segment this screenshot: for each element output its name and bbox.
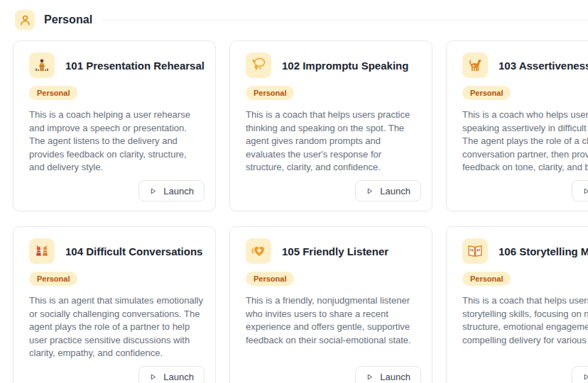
heart-listener-icon: [246, 238, 271, 264]
agent-card-101: 101 Presentation Rehearsal Personal This…: [13, 40, 216, 211]
card-title: 106 Storytelling Mastery: [499, 245, 588, 257]
play-icon: [582, 373, 588, 381]
horse-icon: [462, 52, 488, 78]
play-icon: [149, 373, 157, 381]
launch-button-label: Launch: [380, 186, 410, 196]
category-badge: Personal: [29, 272, 77, 286]
launch-button[interactable]: Launch: [572, 366, 588, 383]
card-description: This is an agent that simulates emotiona…: [29, 294, 204, 360]
launch-button[interactable]: Launch: [355, 180, 421, 201]
agent-card-105: 105 Friendly Listener Personal This is a…: [229, 226, 432, 383]
category-badge: Personal: [246, 272, 294, 286]
card-title: 102 Impromptu Speaking: [282, 60, 408, 72]
facing-dolls-icon: [29, 238, 55, 264]
launch-button-label: Launch: [380, 372, 410, 382]
card-description: This is a coach helping a user rehearse …: [29, 109, 204, 174]
card-description: This is a coach that helps users practic…: [246, 109, 420, 174]
category-badge: Personal: [462, 86, 511, 100]
card-description: This is a coach who helps users practice…: [462, 109, 588, 174]
card-title: 101 Presentation Rehearsal: [65, 60, 205, 72]
launch-button-label: Launch: [163, 372, 194, 382]
play-icon: [149, 187, 157, 195]
person-icon: [15, 10, 35, 30]
agent-card-102: 102 Impromptu Speaking Personal This is …: [229, 40, 432, 211]
launch-button[interactable]: Launch: [138, 366, 205, 383]
category-badge: Personal: [462, 272, 511, 286]
podium-presenter-icon: [29, 52, 55, 78]
agent-card-104: 104 Difficult Conversations Personal Thi…: [13, 226, 216, 383]
play-icon: [366, 373, 374, 381]
card-title: 105 Friendly Listener: [282, 245, 388, 257]
card-title: 104 Difficult Conversations: [65, 245, 202, 257]
agent-card-106: 106 Storytelling Mastery Personal This i…: [446, 226, 588, 383]
launch-button[interactable]: Launch: [138, 180, 205, 201]
play-icon: [582, 187, 588, 195]
launch-button[interactable]: Launch: [355, 366, 421, 383]
agent-card-grid: 101 Presentation Rehearsal Personal This…: [13, 40, 588, 383]
section-title: Personal: [44, 13, 92, 26]
card-title: 103 Assertiveness Practice: [499, 60, 588, 72]
header-divider: [102, 20, 588, 21]
category-badge: Personal: [29, 86, 77, 100]
open-book-icon: [462, 238, 488, 264]
category-badge: Personal: [246, 86, 294, 100]
play-icon: [366, 187, 374, 195]
card-description: This is a coach that helps users develop…: [462, 294, 588, 347]
speech-bubble-bolt-icon: [246, 52, 271, 78]
launch-button-label: Launch: [163, 186, 194, 196]
section-header: Personal: [15, 10, 588, 30]
launch-button[interactable]: Launch: [572, 180, 588, 201]
agent-card-103: 103 Assertiveness Practice Personal This…: [446, 40, 588, 211]
card-description: This is a friendly, nonjudgmental listen…: [246, 294, 420, 347]
